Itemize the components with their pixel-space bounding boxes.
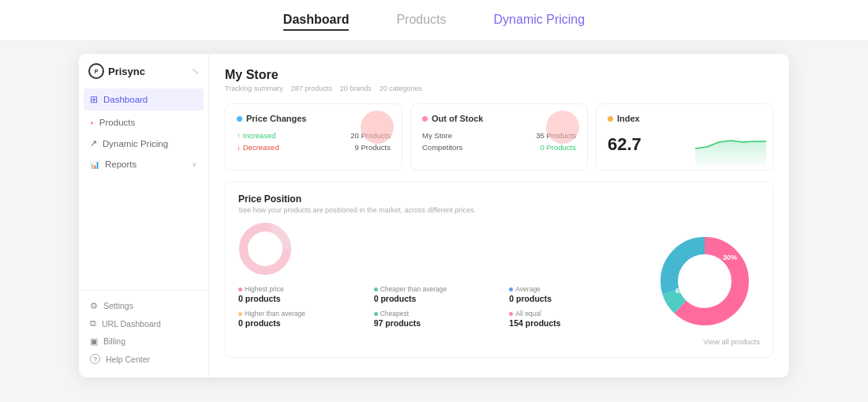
down-arrow-icon: ↓ — [237, 143, 241, 152]
competitors-label: Competitors — [422, 143, 462, 152]
dynamic-pricing-icon: ↗ — [90, 138, 97, 148]
pp-item-average: Average 0 products — [509, 285, 637, 303]
svg-point-6 — [679, 256, 730, 306]
price-position-left: Highest price 0 products Cheaper than av… — [238, 222, 637, 328]
categories-count: 20 categories — [380, 85, 422, 92]
settings-icon: ⚙ — [90, 301, 98, 310]
sidebar-reports-label: Reports — [105, 160, 137, 169]
price-position-title: Price Position — [238, 193, 760, 205]
sidebar-url-dashboard[interactable]: ⧉ URL Dashboard — [79, 314, 208, 332]
higher-dot — [238, 312, 242, 316]
main-content: My Store Tracking summary 287 products 2… — [209, 54, 789, 378]
products-icon: ● — [90, 119, 94, 126]
products-count: 287 products — [291, 85, 332, 92]
view-all-products[interactable]: View all products — [238, 337, 760, 346]
index-card: Index — [596, 103, 773, 171]
help-center-icon: ? — [90, 354, 100, 364]
average-dot — [509, 287, 513, 291]
price-changes-dot — [237, 116, 242, 122]
price-position-subtitle: See how your products are positioned in … — [238, 206, 760, 214]
top-navigation: Dashboard Products Dynamic Pricing — [0, 0, 868, 41]
sidebar-item-dashboard[interactable]: ⊞ Dashboard — [84, 88, 204, 111]
cheapest-count: 97 products — [374, 318, 502, 328]
nav-dynamic-pricing[interactable]: Dynamic Pricing — [494, 13, 586, 31]
sidebar-bottom-nav: ⚙ Settings ⧉ URL Dashboard ▣ Billing ? H… — [79, 290, 208, 368]
nav-products[interactable]: Products — [396, 13, 446, 31]
pp-item-higher: Higher than average 0 products — [238, 310, 366, 328]
cheaper-dot — [374, 287, 378, 291]
competitors-value: 0 Products — [541, 143, 576, 152]
svg-text:30%: 30% — [723, 254, 737, 261]
sidebar-item-dynamic-pricing[interactable]: ↗ Dynamic Pricing — [79, 133, 208, 154]
decreased-value: 9 Products — [355, 143, 391, 152]
sidebar-dashboard-label: Dashboard — [103, 95, 148, 104]
price-decreased-row: ↓ Decreased 9 Products — [237, 143, 391, 152]
competitors-row: Competitors 0 Products — [422, 143, 576, 152]
sidebar-dynamic-pricing-label: Dynamic Pricing — [103, 139, 168, 148]
out-of-stock-card: Out of Stock My Store 35 Products Compet… — [410, 103, 588, 171]
reports-chevron-icon: ∨ — [192, 160, 197, 168]
all-equal-count: 154 products — [509, 318, 637, 328]
tracking-label: Tracking summary — [225, 85, 283, 92]
average-count: 0 products — [509, 294, 637, 303]
my-store-label: My Store — [422, 131, 452, 140]
index-dot — [608, 116, 613, 122]
price-changes-bubble — [361, 111, 394, 144]
svg-text:62%: 62% — [675, 287, 690, 295]
pp-item-cheaper: Cheaper than average 0 products — [374, 285, 502, 303]
out-of-stock-dot — [422, 116, 428, 122]
mini-chart — [695, 125, 766, 166]
up-arrow-icon: ↑ — [237, 131, 241, 140]
cheapest-dot — [374, 312, 378, 316]
decreased-label: ↓ Decreased — [237, 143, 279, 152]
out-of-stock-bubble — [546, 111, 579, 144]
sidebar-collapse-icon[interactable]: ⤡ — [192, 66, 199, 77]
pp-item-highest: Highest price 0 products — [238, 285, 366, 303]
cheaper-count: 0 products — [374, 294, 502, 303]
sidebar: P Prisync ⤡ ⊞ Dashboard ● Products ↗ Dyn… — [79, 54, 209, 378]
index-title: Index — [608, 114, 761, 123]
svg-point-2 — [248, 231, 282, 266]
nav-dashboard[interactable]: Dashboard — [283, 13, 350, 31]
sidebar-products-label: Products — [99, 118, 135, 127]
price-changes-card: Price Changes ↑ Increased 20 Products ↓ — [225, 103, 402, 171]
highest-dot — [238, 287, 242, 291]
reports-icon: 📊 — [90, 160, 99, 169]
store-title: My Store — [225, 68, 773, 82]
sidebar-item-reports[interactable]: 📊 Reports ∨ — [79, 154, 208, 175]
sidebar-help-center[interactable]: ? Help Center — [79, 350, 208, 368]
pp-item-all-equal: All equal 154 products — [509, 310, 637, 328]
logo-icon: P — [88, 63, 104, 79]
main-card: P Prisync ⤡ ⊞ Dashboard ● Products ↗ Dyn… — [79, 54, 789, 378]
sidebar-settings[interactable]: ⚙ Settings — [79, 297, 208, 314]
tracking-summary: Tracking summary 287 products 20 brands … — [225, 85, 773, 92]
sidebar-billing[interactable]: ▣ Billing — [79, 332, 208, 350]
brands-count: 20 brands — [340, 85, 372, 92]
pp-item-cheapest: Cheapest 97 products — [374, 310, 502, 328]
price-position-grid: Highest price 0 products Cheaper than av… — [238, 285, 637, 328]
all-equal-dot — [509, 312, 513, 316]
price-position-section: Price Position See how your products are… — [225, 182, 773, 358]
url-dashboard-icon: ⧉ — [90, 318, 96, 329]
sidebar-item-products[interactable]: ● Products — [79, 112, 208, 133]
large-donut-area: 62% 30% — [649, 222, 760, 332]
billing-icon: ▣ — [90, 336, 98, 346]
stat-cards-row: Price Changes ↑ Increased 20 Products ↓ — [225, 103, 773, 171]
logo-text: Prisync — [108, 66, 145, 77]
dashboard-icon: ⊞ — [90, 94, 98, 105]
increased-label: ↑ Increased — [237, 131, 275, 140]
higher-count: 0 products — [238, 318, 366, 328]
highest-count: 0 products — [238, 294, 366, 303]
sidebar-logo-area: P Prisync ⤡ — [79, 63, 208, 88]
sidebar-nav: ⊞ Dashboard ● Products ↗ Dynamic Pricing… — [79, 88, 208, 290]
small-donut-chart — [238, 222, 292, 276]
